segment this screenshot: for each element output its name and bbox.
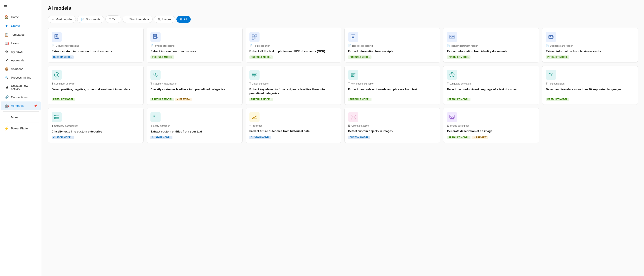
sidebar-item-label: Learn xyxy=(11,42,19,45)
card-title: Extract all the text in photos and PDF d… xyxy=(250,49,338,53)
badges-row: PREBUILT MODEL xyxy=(546,56,634,59)
sidebar-item-approvals[interactable]: ✔ Approvals xyxy=(1,56,41,65)
card-category-classification[interactable]: T Category classification Classify custo… xyxy=(147,66,242,105)
badge-custom: CUSTOM MODEL xyxy=(348,136,370,139)
badge-custom: CUSTOM MODEL xyxy=(52,136,74,139)
text-meta-icon: T xyxy=(52,82,53,85)
sidebar-item-label: AI models xyxy=(11,104,24,107)
svg-text:A: A xyxy=(552,73,553,75)
card-icon-wrap xyxy=(447,32,457,42)
sidebar-item-learn[interactable]: 📖 Learn xyxy=(1,39,41,48)
receipt-icon xyxy=(350,34,356,40)
category-icon xyxy=(152,72,158,78)
sidebar-item-solutions[interactable]: 📦 Solutions xyxy=(1,65,41,73)
connections-icon: 🔗 xyxy=(4,95,9,99)
card-sentiment-analysis[interactable]: T Sentiment analysis Detect positive, ne… xyxy=(48,66,144,105)
card-meta-label: Object detection xyxy=(352,124,369,127)
card-meta: ≡ Prediction xyxy=(250,124,338,127)
sidebar-item-templates[interactable]: 📋 Templates xyxy=(1,30,41,39)
filter-tabs: ☆ Most popular 📄 Documents T Text ≡ Stru… xyxy=(48,16,638,23)
business-card-icon xyxy=(548,34,554,40)
key-phrase-icon xyxy=(350,72,356,78)
card-prediction[interactable]: ≡ Prediction Predict future outcomes fro… xyxy=(246,108,341,143)
card-title: Extract information from identity docume… xyxy=(447,49,535,53)
badges-row: CUSTOM MODEL xyxy=(348,136,436,139)
card-category-classification-custom[interactable]: T Category classification Classify texts… xyxy=(48,108,144,143)
card-key-phrase[interactable]: T Key phrase extraction Extract most rel… xyxy=(344,66,440,105)
ai-models-icon: 🤖 xyxy=(4,104,9,108)
filter-label: Images xyxy=(162,18,171,21)
images-icon: 🖼 xyxy=(158,18,160,21)
card-meta-label: Sentiment analysis xyxy=(54,82,74,85)
card-meta-label: Entity extraction xyxy=(252,82,269,85)
sidebar-item-desktop-flow[interactable]: 🖥 Desktop flow activity xyxy=(1,82,41,93)
text-meta-icon: T xyxy=(150,124,152,127)
card-title: Generate description of an image xyxy=(447,129,535,133)
card-icon-wrap xyxy=(150,70,160,80)
identity-icon xyxy=(449,34,455,40)
text-meta-icon: T xyxy=(546,82,548,85)
sidebar-item-label: Create xyxy=(11,24,20,28)
sidebar-item-label: Connections xyxy=(11,96,28,99)
svg-rect-22 xyxy=(54,118,59,119)
card-meta: T Entity extraction xyxy=(150,124,239,127)
card-entity-extraction-custom[interactable]: " T Entity extraction Extract custom ent… xyxy=(147,108,242,143)
card-icon-wrap xyxy=(250,32,260,42)
card-meta-label: Language detection xyxy=(450,82,471,85)
sidebar-item-power-platform[interactable]: ⚡ Power Platform xyxy=(1,124,41,133)
card-text-recognition[interactable]: 📄 Text recognition Extract all the text … xyxy=(246,28,341,63)
card-icon-wrap xyxy=(348,32,358,42)
classify-custom-icon xyxy=(54,114,60,120)
card-business-card[interactable]: 📄 Business card reader Extract informati… xyxy=(542,28,638,63)
badges-row: PREBUILT MODEL xyxy=(348,98,436,101)
sidebar-item-process-mining[interactable]: 🔍 Process mining xyxy=(1,73,41,82)
card-text-translation[interactable]: A T Text translation Detect and translat… xyxy=(542,66,638,105)
badges-row: PREBUILT MODEL xyxy=(348,56,436,59)
card-invoice-processing[interactable]: 📄 Invoice processing Extract information… xyxy=(147,28,242,63)
filter-structured-data[interactable]: ≡ Structured data xyxy=(122,16,152,23)
templates-icon: 📋 xyxy=(4,33,9,37)
card-meta-label: Receipt processing xyxy=(352,45,373,47)
badge-prebuilt: PREBUILT MODEL xyxy=(52,98,75,101)
sidebar-item-create[interactable]: + Create xyxy=(1,21,41,30)
sidebar-item-label: Templates xyxy=(11,33,25,36)
sidebar-item-label: Process mining xyxy=(11,76,31,79)
card-icon-wrap xyxy=(447,70,457,80)
sidebar-item-home[interactable]: 🏠 Home xyxy=(1,13,41,21)
create-icon: + xyxy=(4,24,9,28)
sidebar-item-my-flows[interactable]: ⚙ My flows xyxy=(1,48,41,56)
filter-documents[interactable]: 📄 Documents xyxy=(77,16,104,23)
svg-point-10 xyxy=(54,73,59,77)
filter-most-popular[interactable]: ☆ Most popular xyxy=(48,16,76,23)
sidebar-item-ai-models[interactable]: 🤖 AI models 📌 xyxy=(1,101,41,110)
card-language-detection[interactable]: T Language detection Detect the predomin… xyxy=(443,66,539,105)
sidebar-divider-2 xyxy=(3,123,39,123)
card-meta: 📄 Text recognition xyxy=(250,44,338,47)
badges-row: PREBUILT MODEL xyxy=(250,98,338,101)
card-title: Detect positive, negative, or neutral se… xyxy=(52,87,140,91)
card-meta: T Entity extraction xyxy=(250,82,338,85)
card-doc-processing[interactable]: 📄 Document processing Extract custom inf… xyxy=(48,28,144,63)
filter-images[interactable]: 🖼 Images xyxy=(154,16,175,23)
card-identity-doc[interactable]: 📄 Identity document reader Extract infor… xyxy=(443,28,539,63)
sidebar: ☰ 🏠 Home + Create 📋 Templates 📖 Learn ⚙ … xyxy=(0,0,42,276)
process-mining-icon: 🔍 xyxy=(4,76,9,80)
filter-text[interactable]: T Text xyxy=(105,16,122,23)
card-object-detection[interactable]: 🖼 Object detection Detect custom objects… xyxy=(344,108,440,143)
cards-grid: 📄 Document processing Extract custom inf… xyxy=(48,28,638,143)
svg-point-9 xyxy=(552,36,553,38)
hamburger-menu[interactable]: ☰ xyxy=(0,2,42,12)
card-image-description[interactable]: 🖼 Image description Generate description… xyxy=(443,108,539,143)
card-title: Predict future outcomes from historical … xyxy=(250,129,338,133)
card-entity-extraction[interactable]: T Entity extraction Extract key elements… xyxy=(246,66,341,105)
badges-row: PREBUILT MODEL xyxy=(250,56,338,59)
sidebar-item-connections[interactable]: 🔗 Connections xyxy=(1,93,41,101)
card-meta-label: Invoice processing xyxy=(154,45,174,47)
card-receipt-processing[interactable]: 📄 Receipt processing Extract information… xyxy=(344,28,440,63)
image-meta-icon: 🖼 xyxy=(447,124,449,127)
card-title: Detect the predominant language of a tex… xyxy=(447,87,535,91)
card-icon-wrap xyxy=(150,32,160,42)
svg-rect-20 xyxy=(54,115,59,116)
filter-all[interactable]: ⊞ All xyxy=(176,16,191,23)
sidebar-item-more[interactable]: ··· More xyxy=(1,113,41,121)
